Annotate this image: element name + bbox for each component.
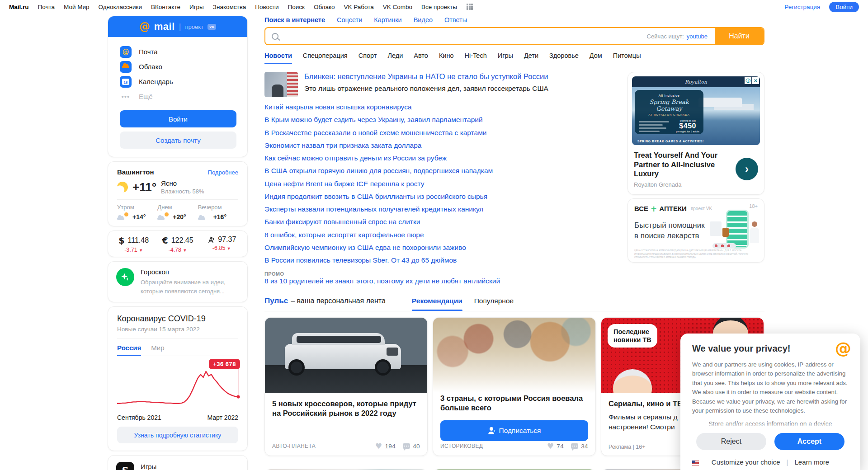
topnav-item-vse-proekty[interactable]: Все проекты [421, 4, 457, 10]
ad-close-icon[interactable]: ✕ [752, 77, 759, 84]
search-input[interactable] [284, 28, 647, 44]
pulse-tab-popular[interactable]: Популярное [474, 297, 514, 305]
lead-story[interactable]: Блинкен: невступление Украины в НАТО не … [264, 72, 624, 97]
register-link[interactable]: Регистрация [784, 4, 820, 10]
topnav-item-vk-combo[interactable]: VK Combo [383, 4, 412, 10]
card-title[interactable]: 5 новых кроссоверов, которые придут на Р… [272, 399, 420, 419]
sidebar-item-more[interactable]: ••• Ещё [120, 89, 236, 104]
news-tab-dom[interactable]: Дом [590, 52, 602, 59]
headline-link[interactable]: Эксперты назвали потенциальных получател… [264, 206, 624, 213]
topnav-item-odnoklassniki[interactable]: Одноклассники [99, 4, 142, 10]
headline-link[interactable]: Экономист назвал три признака заката дол… [264, 142, 624, 149]
likes-count[interactable]: ♥74 [547, 442, 564, 450]
news-tab-ledi[interactable]: Леди [387, 52, 403, 59]
pulse-tab-recommendations[interactable]: Рекомендации [412, 297, 462, 305]
resort-ad-title[interactable]: Treat Yourself And Your Partner to All-I… [634, 150, 732, 179]
headline-link[interactable]: Индия продолжит ввозить в США бриллианты… [264, 193, 624, 200]
news-tab-deti[interactable]: Дети [524, 52, 538, 59]
news-tab-novosti[interactable]: Новости [264, 52, 292, 59]
pharmacy-brand-right: АПТЕКИ [659, 205, 687, 212]
covid-tab-russia[interactable]: Россия [117, 344, 141, 352]
resort-ad-arrow-button[interactable]: › [736, 158, 758, 180]
currency-widget[interactable]: $111.48 -3.71 ▼ €122.45 -4.78 ▼ 97.37 -6… [108, 230, 248, 257]
pulse-card-history[interactable]: 3 страны, с которыми Россия воевала боль… [433, 317, 596, 456]
topnav-item-znakomstva[interactable]: Знакомства [213, 4, 246, 10]
resort-ad[interactable]: Royalton All-Inclusive Spring Break Geta… [627, 72, 764, 195]
headline-link[interactable]: Банки фиксируют повышенный спрос на слит… [264, 218, 624, 226]
age-badge: 18+ [749, 203, 758, 209]
comments-count[interactable]: 34 [571, 443, 588, 450]
promo-headline-link[interactable]: 8 из 10 родителей не знают этого, поэтом… [264, 277, 624, 285]
learn-more-link[interactable]: Learn more [794, 458, 829, 466]
pulse-card-crossovers[interactable]: 5 новых кроссоверов, которые придут на Р… [264, 317, 428, 456]
topnav-item-poisk[interactable]: Поиск [288, 4, 304, 10]
news-tab-sport[interactable]: Спорт [359, 52, 377, 59]
comments-count[interactable]: 40 [403, 443, 420, 450]
games-widget[interactable]: S Игры На любой вкус [108, 455, 248, 470]
search-button[interactable]: Найти [715, 28, 764, 44]
topnav-item-oblako[interactable]: Облако [314, 4, 335, 10]
sidebar-item-calendar[interactable]: 16 Календарь [120, 74, 236, 89]
language-flag-icon[interactable] [692, 461, 699, 465]
headline-link[interactable]: 8 ошибок, которые испортят картофельное … [264, 231, 624, 239]
eur-change: -4.78 [169, 247, 182, 253]
search-tab-web[interactable]: Поиск в интернете [264, 16, 325, 24]
search-tab-answers[interactable]: Ответы [444, 16, 467, 24]
covid-tab-world[interactable]: Мир [151, 344, 164, 352]
weather-more-link[interactable]: Подробнее [208, 169, 238, 176]
pulse-subtitle: – ваша персональная лента [291, 297, 386, 305]
topnav-item-pochta[interactable]: Почта [38, 4, 55, 10]
search-tab-images[interactable]: Картинки [374, 16, 401, 24]
card-source[interactable]: ИСТОРИКОВЕД [440, 443, 483, 449]
news-tab-hitech[interactable]: Hi-Tech [465, 52, 487, 59]
headline-link[interactable]: Олимпийскую чемпионку из США едва не пох… [264, 244, 624, 251]
headline-link[interactable]: Цена нефти Brent на бирже ICE перешла к … [264, 180, 624, 188]
headline-link[interactable]: В Крым можно будет ездить через Украину,… [264, 116, 624, 123]
headline-link[interactable]: В Роскачестве рассказали о новой схеме м… [264, 129, 624, 136]
news-tab-zdorovye[interactable]: Здоровье [549, 52, 579, 59]
brand-link[interactable]: Mail.ru [9, 4, 29, 10]
green-plus-icon: + [651, 204, 657, 213]
customize-choice-link[interactable]: Customize your choice [712, 458, 780, 466]
weather-period-day: Днем +20° [157, 204, 198, 221]
headline-link[interactable]: Как сейчас можно отправить деньги из Рос… [264, 155, 624, 162]
card-title[interactable]: 3 страны, с которыми Россия воевала боль… [440, 394, 588, 414]
apps-grid-icon[interactable] [466, 3, 473, 10]
topnav-item-igry[interactable]: Игры [189, 4, 204, 10]
create-mail-button[interactable]: Создать почту [120, 132, 236, 149]
pulse-title-link[interactable]: Пульс [264, 296, 288, 306]
suggest-term-link[interactable]: youtube [687, 33, 708, 40]
weather-widget: Вашингтон Подробнее +11° Ясно Влажность … [108, 161, 248, 226]
reject-button[interactable]: Reject [696, 433, 766, 450]
news-tab-avto[interactable]: Авто [414, 52, 428, 59]
subscribe-button[interactable]: + Подписаться [440, 420, 588, 441]
ad-info-icon[interactable]: ⓘ [745, 77, 751, 84]
resort-price-sub: per night, for 2 adults [676, 130, 699, 133]
sidebar-item-mail[interactable]: @ Почта [120, 44, 236, 59]
topnav-item-vkontakte[interactable]: ВКонтакте [151, 4, 180, 10]
accept-button[interactable]: Accept [774, 433, 844, 450]
topnav-item-vk-rabota[interactable]: VK Работа [344, 4, 373, 10]
sidebar-item-cloud[interactable]: Облако [120, 59, 236, 74]
search-tab-video[interactable]: Видео [414, 16, 433, 24]
topnav-login-button[interactable]: Войти [829, 2, 859, 12]
pharmacy-ad[interactable]: ВСЕ + АПТЕКИ проект VK 18+ Быстрый помощ… [627, 198, 764, 263]
topnav-item-moymir[interactable]: Мой Мир [64, 4, 90, 10]
headline-link[interactable]: Китай накрыла новая вспышка коронавируса [264, 103, 624, 111]
headline-link[interactable]: В США открыли горячую линию для россиян,… [264, 167, 624, 174]
news-tab-specoperaciya[interactable]: Спецоперация [303, 52, 348, 59]
sidebar-login-button[interactable]: Войти [120, 110, 236, 127]
likes-count[interactable]: ♥194 [375, 442, 396, 450]
news-tab-igry[interactable]: Игры [498, 52, 513, 59]
news-tab-kino[interactable]: Кино [439, 52, 454, 59]
search-tab-social[interactable]: Соцсети [337, 16, 362, 24]
headline-link[interactable]: В России появились телевизоры Sber. От 4… [264, 257, 624, 264]
mail-logo[interactable]: @ mail | проект VK [108, 16, 247, 37]
topnav-item-novosti[interactable]: Новости [255, 4, 278, 10]
card-source[interactable]: АВТО-ПЛАНЕТА [272, 443, 316, 449]
lead-story-title[interactable]: Блинкен: невступление Украины в НАТО не … [304, 72, 548, 80]
cookie-consent-dialog: We value your privacy! @ We and our part… [680, 334, 860, 470]
covid-stats-button[interactable]: Узнать подробную статистику [117, 427, 238, 443]
news-tab-pitomcy[interactable]: Питомцы [613, 52, 641, 59]
horoscope-widget[interactable]: Гороскоп Обращайте внимание на идеи, кот… [108, 261, 248, 302]
